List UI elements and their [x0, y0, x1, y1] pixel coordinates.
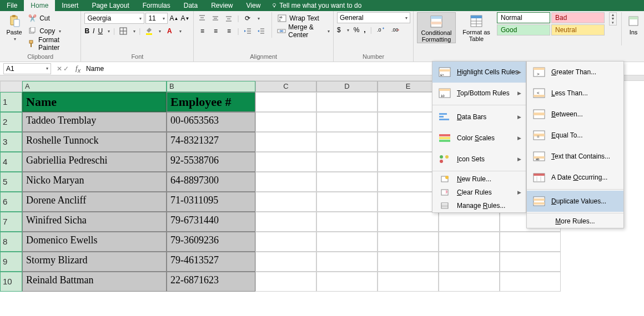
row-header-3[interactable]: 3: [0, 132, 22, 152]
cell-b3[interactable]: 74-8321327: [167, 132, 255, 152]
cell[interactable]: [255, 232, 316, 252]
cell-b7[interactable]: 79-6731440: [167, 212, 255, 232]
styles-scroll[interactable]: ▲▼▾: [609, 12, 617, 26]
decrease-decimal-button[interactable]: .00: [391, 25, 401, 35]
cell-a8[interactable]: Domenico Ewells: [22, 232, 167, 252]
cell-a9[interactable]: Stormy Blizard: [22, 252, 167, 272]
col-header-d[interactable]: D: [316, 81, 378, 92]
cancel-formula-button[interactable]: ✕: [57, 65, 62, 73]
align-left-button[interactable]: ≡: [197, 26, 207, 36]
cell[interactable]: [316, 192, 378, 212]
cell-styles-gallery[interactable]: Normal Bad Good Neutral: [497, 12, 605, 35]
cell-a10[interactable]: Reinald Battman: [22, 272, 167, 292]
style-neutral[interactable]: Neutral: [551, 24, 605, 35]
menu-data-bars[interactable]: Data Bars▶: [432, 106, 526, 128]
col-header-a[interactable]: A: [22, 81, 167, 92]
cell[interactable]: [316, 172, 378, 192]
cell[interactable]: [378, 272, 439, 292]
row-header-2[interactable]: 2: [0, 112, 22, 132]
style-bad[interactable]: Bad: [551, 12, 605, 23]
cell-b5[interactable]: 64-8897300: [167, 172, 255, 192]
cell[interactable]: [316, 212, 378, 232]
copy-button[interactable]: Copy▾: [27, 25, 77, 37]
border-button[interactable]: [118, 26, 128, 36]
row-header-4[interactable]: 4: [0, 152, 22, 172]
cell[interactable]: [316, 272, 378, 292]
menu-text-contains[interactable]: ab Text that Contains...: [527, 146, 623, 167]
merge-center-button[interactable]: Merge & Center▾: [277, 25, 330, 37]
tab-formulas[interactable]: Formulas: [136, 0, 177, 11]
select-all-corner[interactable]: [0, 81, 22, 92]
cell-b6[interactable]: 71-0311095: [167, 192, 255, 212]
cell[interactable]: [255, 112, 316, 132]
menu-clear-rules[interactable]: Clear Rules▶: [432, 186, 526, 199]
cell[interactable]: [316, 92, 378, 112]
cell[interactable]: [378, 172, 439, 192]
align-right-button[interactable]: ≡: [224, 26, 234, 36]
menu-icon-sets[interactable]: Icon Sets▶: [432, 149, 526, 170]
cell[interactable]: [378, 152, 439, 172]
currency-button[interactable]: $: [337, 26, 341, 34]
tab-review[interactable]: Review: [204, 0, 239, 11]
cell[interactable]: [500, 252, 561, 272]
cell-b1[interactable]: Employee #: [167, 92, 255, 112]
cell[interactable]: [316, 252, 378, 272]
cell-a7[interactable]: Winifred Sicha: [22, 212, 167, 232]
col-header-b[interactable]: B: [167, 81, 255, 92]
bold-button[interactable]: B: [84, 27, 89, 35]
style-good[interactable]: Good: [497, 24, 550, 35]
cell[interactable]: [378, 92, 439, 112]
row-header-7[interactable]: 7: [0, 212, 22, 232]
cell-a3[interactable]: Roshelle Tunnock: [22, 132, 167, 152]
increase-decimal-button[interactable]: .0: [376, 25, 386, 35]
cell[interactable]: [378, 252, 439, 272]
fill-color-button[interactable]: [144, 26, 154, 36]
tab-view[interactable]: View: [240, 0, 268, 11]
cut-button[interactable]: ✂️Cut: [27, 12, 77, 24]
menu-new-rule[interactable]: New Rule...: [432, 172, 526, 186]
increase-indent-button[interactable]: [256, 26, 266, 36]
enter-formula-button[interactable]: ✓: [63, 65, 69, 73]
cell-b9[interactable]: 79-4613527: [167, 252, 255, 272]
insert-cells-button[interactable]: Ins: [626, 12, 641, 35]
underline-button[interactable]: U: [98, 27, 103, 35]
menu-color-scales[interactable]: Color Scales▶: [432, 128, 526, 149]
cell[interactable]: [439, 272, 500, 292]
tell-me-search[interactable]: Tell me what you want to do: [271, 0, 361, 11]
number-format-select[interactable]: General▾: [337, 12, 410, 23]
cell[interactable]: [255, 272, 316, 292]
cell-a6[interactable]: Dorene Ancliff: [22, 192, 167, 212]
row-header-8[interactable]: 8: [0, 232, 22, 252]
cell[interactable]: [378, 132, 439, 152]
menu-top-bottom-rules[interactable]: 10 Top/Bottom Rules▶: [432, 83, 526, 104]
wrap-text-button[interactable]: abcWrap Text: [277, 12, 330, 24]
menu-more-rules[interactable]: More Rules...: [527, 215, 623, 228]
cell[interactable]: [255, 212, 316, 232]
percent-button[interactable]: %: [354, 26, 360, 34]
format-as-table-button[interactable]: Format as Table: [460, 12, 492, 42]
cell[interactable]: [439, 212, 500, 232]
align-bottom-button[interactable]: [224, 13, 234, 23]
cell[interactable]: [255, 92, 316, 112]
cell[interactable]: [316, 112, 378, 132]
style-normal[interactable]: Normal: [497, 12, 550, 23]
row-header-5[interactable]: 5: [0, 172, 22, 192]
font-size-select[interactable]: 11▾: [145, 13, 168, 24]
tab-data[interactable]: Data: [177, 0, 204, 11]
conditional-formatting-button[interactable]: Conditional Formatting: [417, 12, 456, 43]
cell-a1[interactable]: Name: [22, 92, 167, 112]
cell[interactable]: [500, 272, 561, 292]
row-header-1[interactable]: 1: [0, 92, 22, 112]
menu-less-than[interactable]: < Less Than...: [527, 83, 623, 104]
cell[interactable]: [439, 232, 500, 252]
row-header-10[interactable]: 10: [0, 272, 22, 292]
col-header-e[interactable]: E: [378, 81, 439, 92]
row-header-6[interactable]: 6: [0, 192, 22, 212]
tab-file[interactable]: File: [0, 0, 24, 11]
format-painter-button[interactable]: Format Painter: [27, 38, 77, 50]
menu-equal-to[interactable]: = Equal To...: [527, 125, 623, 146]
decrease-font-button[interactable]: A▼: [180, 13, 190, 23]
cell[interactable]: [316, 232, 378, 252]
menu-greater-than[interactable]: > Greater Than...: [527, 62, 623, 83]
cell[interactable]: [255, 252, 316, 272]
